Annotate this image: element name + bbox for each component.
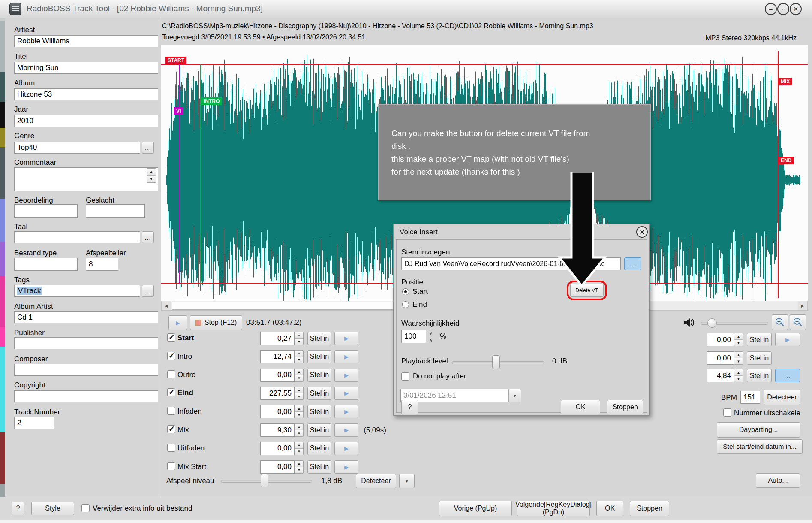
afspeel-niveau-slider-thumb[interactable] (261, 474, 268, 487)
eind-play-button[interactable] (334, 387, 358, 400)
spin-down-icon[interactable]: ▼ (295, 393, 303, 399)
bottom-ok-button[interactable]: OK (596, 501, 623, 516)
right-row3-spinner[interactable]: ▲▼ (734, 369, 743, 382)
tags-field[interactable]: VTrack (14, 285, 140, 297)
eind-spinner[interactable]: ▲▼ (295, 387, 304, 400)
titel-field[interactable]: Morning Sun (14, 62, 158, 74)
beoordeling-combo[interactable] (14, 204, 78, 218)
copyright-field[interactable] (14, 390, 158, 402)
positie-start-label[interactable]: Start (412, 287, 428, 296)
intro-marker-line[interactable] (200, 64, 201, 284)
outro-checkbox[interactable] (167, 370, 175, 378)
zoom-out-button[interactable] (772, 314, 788, 330)
verwijder-checkbox[interactable] (81, 504, 90, 512)
scroll-right-icon[interactable]: ► (798, 301, 807, 310)
dialog-help-button[interactable]: ? (401, 400, 418, 414)
publisher-field[interactable] (14, 337, 158, 349)
right-row1-value-field[interactable]: 0,00 (707, 333, 734, 346)
genre-field[interactable]: Top40 (14, 142, 140, 154)
infaden-value-field[interactable]: 0,00 (260, 405, 295, 418)
spin-up-icon[interactable]: ▲ (295, 405, 303, 412)
cue-top-line[interactable] (161, 64, 808, 65)
spin-down-icon[interactable]: ▼ (295, 357, 303, 363)
nummer-uitschakelen-checkbox[interactable] (723, 408, 731, 417)
afspeelteller-field[interactable]: 8 (86, 258, 118, 271)
eind-value-field[interactable]: 227,55 (260, 387, 295, 400)
spin-up-icon[interactable]: ▲ (295, 369, 303, 375)
spin-up-icon[interactable]: ▲ (734, 369, 743, 376)
right-row1-stelin-button[interactable]: Stel in (747, 333, 772, 346)
right-row3-stelin-button[interactable]: Stel in (747, 369, 772, 382)
eind-stelin-button[interactable]: Stel in (307, 387, 331, 400)
mixstart-stelin-button[interactable]: Stel in (307, 460, 331, 474)
end-marker-line[interactable] (778, 51, 779, 298)
spin-up-icon[interactable]: ▲ (295, 387, 303, 393)
spin-up-icon[interactable]: ▲ (295, 424, 303, 430)
nummer-uitschakelen-label[interactable]: Nummer uitschakele (734, 409, 800, 417)
stel-datum-button[interactable]: Stel start/eind datum in... (717, 439, 803, 454)
spin-down-icon[interactable]: ▼ (295, 449, 303, 455)
minimize-button[interactable]: – (765, 3, 777, 15)
mix-stelin-button[interactable]: Stel in (307, 423, 331, 437)
start-spinner[interactable]: ▲▼ (295, 332, 304, 345)
spin-up-icon[interactable]: ▲ (295, 351, 303, 357)
geslacht-combo[interactable] (86, 204, 145, 218)
composer-field[interactable] (14, 364, 158, 376)
eind-checkbox[interactable] (167, 388, 175, 396)
dialog-close-icon[interactable]: ✕ (636, 226, 648, 238)
date-combo-arrow[interactable]: ▼ (508, 389, 521, 402)
bestand-type-combo[interactable] (14, 258, 78, 271)
zoom-in-button[interactable] (790, 314, 806, 330)
intro-value-field[interactable]: 12,74 (260, 350, 295, 363)
spin-up-icon[interactable]: ▲ (734, 333, 743, 340)
spin-down-icon[interactable]: ▼ (295, 430, 303, 436)
right-row3-value-field[interactable]: 4,84 (707, 369, 734, 382)
auto-button[interactable]: Auto... (756, 473, 800, 488)
mixstart-value-field[interactable]: 0,00 (260, 460, 295, 474)
spin-down-icon[interactable]: ▼ (295, 375, 303, 381)
commentaar-field[interactable] (14, 167, 158, 191)
outro-stelin-button[interactable]: Stel in (307, 369, 331, 382)
spin-up-icon[interactable]: ▲ (295, 332, 303, 339)
stop-button[interactable]: Stop (F12) (190, 315, 242, 330)
spin-up-icon[interactable]: ▲ (295, 442, 303, 449)
infaden-checkbox[interactable] (167, 407, 175, 415)
right-row1-spinner[interactable]: ▲▼ (734, 333, 743, 346)
voice-file-browse-button[interactable]: ... (624, 257, 641, 270)
intro-play-button[interactable] (334, 350, 358, 363)
intro-checkbox[interactable] (167, 352, 175, 360)
dayparting-button[interactable]: Dayparting... (717, 422, 800, 438)
spin-down-icon[interactable]: ▼ (295, 339, 303, 345)
infaden-play-button[interactable] (334, 405, 358, 418)
uitfaden-checkbox[interactable] (167, 444, 175, 452)
spin-down-icon[interactable]: ▼ (147, 176, 156, 183)
mix-play-button[interactable] (334, 423, 358, 437)
taal-more-button[interactable]: ... (142, 231, 154, 243)
taal-field[interactable] (14, 231, 140, 243)
scroll-left-icon[interactable]: ◄ (162, 301, 171, 310)
jaar-field[interactable]: 2010 (14, 115, 158, 127)
volume-slider-thumb[interactable] (707, 318, 717, 328)
playback-level-slider-thumb[interactable] (492, 355, 500, 369)
maximize-button[interactable]: ▫ (777, 3, 789, 15)
bpm-field[interactable]: 151 (740, 391, 760, 404)
positie-eind-label[interactable]: Eind (412, 300, 427, 309)
uitfaden-stelin-button[interactable]: Stel in (307, 442, 331, 455)
bottom-help-button[interactable]: ? (12, 502, 24, 515)
dialog-ok-button[interactable]: OK (561, 400, 600, 414)
spin-down-icon[interactable]: ▼ (295, 467, 303, 473)
infaden-stelin-button[interactable]: Stel in (307, 405, 331, 418)
outro-value-field[interactable]: 0,00 (260, 369, 295, 382)
probability-field[interactable]: 100 (401, 330, 426, 343)
right-row2-value-field[interactable]: 0,00 (707, 351, 734, 365)
spin-up-icon[interactable]: ▲ (734, 352, 743, 358)
right-row2-stelin-button[interactable]: Stel in (747, 351, 772, 365)
style-button[interactable]: Style (31, 502, 74, 515)
vorige-button[interactable]: Vorige (PgUp) (439, 501, 512, 516)
genre-more-button[interactable]: ... (142, 142, 154, 154)
spin-down-icon[interactable]: ▼ (734, 376, 743, 382)
do-not-play-label[interactable]: Do not play after (413, 372, 466, 381)
infaden-spinner[interactable]: ▲▼ (295, 405, 304, 418)
uitfaden-play-button[interactable] (334, 442, 358, 455)
bpm-detecteer-button[interactable]: Detecteer (764, 390, 800, 405)
